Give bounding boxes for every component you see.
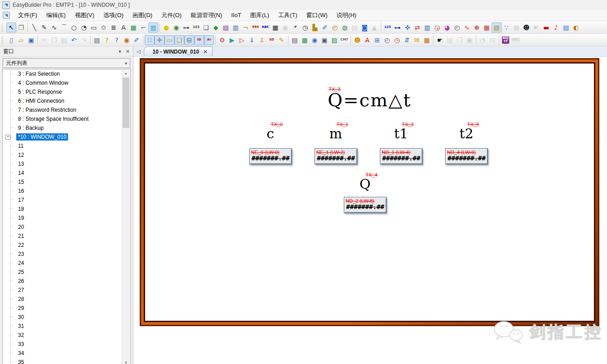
tb-picture-viewer-button[interactable]: ◍ [340,23,350,32]
tree-item-5[interactable]: ┈┈5 : PLC Response [3,87,130,96]
tree-item-22[interactable]: ┈┈22 [3,241,130,250]
menu-item-library[interactable]: 图库(L) [246,10,274,21]
tree-item-24[interactable]: ┈┈24 [3,259,130,268]
tree-item-10[interactable]: +┈┈*10 : WINDOW_010 [3,132,130,141]
tb-object-properties-button[interactable]: ❐ [16,23,26,32]
text-object-t1[interactable]: TX_2t1 [374,126,428,141]
tb-email-settings-button[interactable]: ✉ [412,35,422,45]
tb-window-frame-toggle-button[interactable]: ▭ [164,35,174,45]
tb-calendar-display-button[interactable]: ◐ [571,23,581,32]
tree-item-28[interactable]: ┈┈28 [3,295,130,304]
tb-data-sampling-button[interactable]: ◷ [392,35,402,45]
menu-item-option[interactable]: 选项(O) [99,10,128,21]
tb-numeric-display-button[interactable]: 999 [251,23,260,32]
text-object-t2[interactable]: TX_5t2 [439,126,493,141]
tb-scatter-chart-button[interactable]: ∵ [502,23,511,32]
tree-item-25[interactable]: ┈┈25 [3,268,130,277]
tb-rectangle-button[interactable]: ▭ [89,23,99,32]
tb-combo-button-button[interactable]: ▤ [221,23,231,32]
tb-function-key-button[interactable]: ❏ [201,23,211,32]
menu-item-draw[interactable]: 画图(D) [128,10,157,21]
tb-frame-button[interactable]: ⌐ [138,23,148,32]
tree-item-20[interactable]: ┈┈20 [3,223,130,232]
tree-item-21[interactable]: ┈┈21 [3,232,130,241]
tb-system-clock-button[interactable]: ◷ [300,23,310,32]
tb-new-project-button[interactable]: ▯ [6,35,16,45]
menu-item-tool[interactable]: 工具(T) [274,10,302,21]
menu-item-edit[interactable]: 编辑(E) [42,10,70,21]
tb-offline-simulation-button[interactable]: ▷ [237,35,247,45]
tb-mqtt-button[interactable]: MQ TT [501,35,511,45]
tb-data-block-display-button[interactable]: ▦ [482,23,492,32]
tree-item-4[interactable]: ┈┈4 : Common Window [3,78,130,87]
tb-help-button[interactable]: ? [102,35,112,45]
tb-draw-pen-button[interactable]: ✐ [320,23,330,32]
tab-nav-left-icon[interactable]: ◁ [137,49,140,55]
tree-item-29[interactable]: ┈┈29 [3,304,130,313]
tb-round-gauge-button[interactable]: ◴ [452,23,462,32]
tb-operator-panel-button[interactable]: ☻ [521,23,531,32]
tb-circle-button[interactable]: ○ [69,23,79,32]
tb-comment-toggle-button[interactable]: ⊟ [184,35,194,45]
tree-item-35[interactable]: ┈┈35 [3,358,130,364]
tb-moving-shape-button[interactable]: ✜ [402,23,412,32]
tb-scale-marks-button[interactable]: ≣ [109,23,119,32]
tb-trend-display-button[interactable]: ∿ [462,23,472,32]
menu-item-energy[interactable]: 能源管理(N) [186,10,227,21]
tb-recipe-database-button[interactable]: ▦ [300,35,310,45]
tb-memo-pad-button[interactable]: ▥ [231,23,241,32]
tree-item-23[interactable]: ┈┈23 [3,250,130,259]
tb-address-toggle-button[interactable]: Ar [204,35,214,45]
tree-item-7[interactable]: ┈┈7 : Password Restriction [3,105,130,114]
tree-item-18[interactable]: ┈┈18 [3,205,130,214]
tb-video-viewer-button[interactable]: ◙ [360,23,370,32]
tb-set-word-button[interactable]: 123 [191,23,201,32]
tb-history-display-button[interactable]: ▥ [422,23,432,32]
tb-slide-bar-button[interactable]: ▬ [541,23,551,32]
scroll-down-icon[interactable]: ▼ [122,359,130,364]
tb-line-style-button[interactable]: ✐ [132,35,141,45]
tb-event-display-button[interactable]: ♪ [551,23,561,32]
tb-picture-chart-button[interactable]: ▨ [492,23,502,32]
tb-recipe-editor-button[interactable]: ▤ [290,35,300,45]
child-window-icon[interactable]: ◥ [3,12,10,19]
menu-item-object[interactable]: 元件(O) [157,10,186,21]
tb-scale-widget-button[interactable]: ▥ [148,23,158,32]
tb-timer-clock-button[interactable]: ◴ [330,23,340,32]
menu-item-file[interactable]: 文件(F) [14,10,42,21]
numeric-field-q[interactable]: ND_2 (LW-8)#######.## [344,197,387,213]
tb-project-transfer-button[interactable]: ⇵ [402,35,412,45]
tb-snap-toggle-button[interactable]: ✛ [155,35,164,45]
tb-window-manager-button[interactable]: ⊞ [372,35,382,45]
tb-save-project-button[interactable]: ▣ [26,35,36,45]
formula-text-object[interactable]: TX_3 Q=cm△t [145,90,594,110]
tb-scheduler-button[interactable]: ◴ [382,35,392,45]
text-object-c[interactable]: TX_0c [243,126,297,141]
hmi-canvas[interactable]: TX_3 Q=cm△t TX_0cNE_0 (LW-0)#######.##TX… [145,64,594,321]
panel-menu-icon[interactable]: ▾ [119,49,121,55]
tb-cmt-viewer-button[interactable]: CMT [339,35,349,45]
numeric-field-t2[interactable]: ND_4 (LW-6)#######.## [445,148,488,164]
element-list-dropdown[interactable]: 元件列表 ▾ [3,58,130,68]
tb-overlap-window-toggle-button[interactable]: ❏ [174,35,184,45]
tb-select-cursor-button[interactable]: ↖ [6,23,16,32]
panel-close-icon[interactable]: ✕ [126,49,130,55]
tb-annotation-pen-button[interactable]: ✎ [277,35,287,45]
tb-bit-lamp-button[interactable]: ● [161,23,171,32]
tb-find-object-button[interactable]: ◉ [122,35,132,45]
tree-item-8[interactable]: ┈┈8 : Storage Space Insufficient [3,114,130,123]
tb-text-button[interactable]: A [119,23,128,32]
tree-item-30[interactable]: ┈┈30 [3,313,130,322]
tb-polyline-button[interactable]: ✎ [39,23,49,32]
tb-bar-graph-button[interactable]: ▙ [310,23,320,32]
menu-item-help[interactable]: 说明(H) [332,10,361,21]
tb-numeric-input-button[interactable]: 123 [383,23,392,32]
tree-item-32[interactable]: ┈┈32 [3,331,130,340]
menu-item-iiot[interactable]: IIoT [227,10,246,21]
tb-picture-button[interactable]: ▦ [128,23,138,32]
tb-id-toggle-button[interactable]: ID [194,35,204,45]
tb-function-f-button[interactable]: -F [290,23,300,32]
scroll-thumb[interactable] [123,77,129,128]
scroll-up-icon[interactable]: ▲ [122,70,130,77]
toolbar-grip[interactable] [2,36,5,44]
